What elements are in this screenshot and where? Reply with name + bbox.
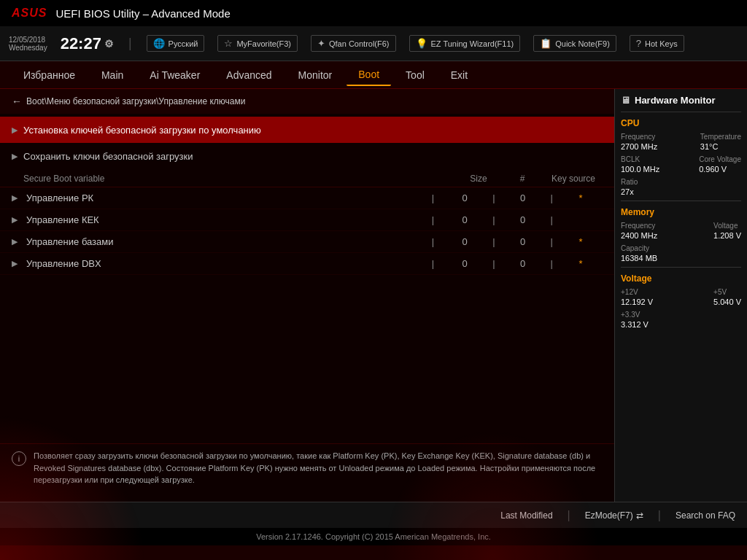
- divider: [621, 112, 741, 112]
- nav-exit[interactable]: Exit: [439, 65, 479, 85]
- app-title: UEFI BIOS Utility – Advanced Mode: [55, 7, 230, 20]
- top-bar: 12/05/2018 Wednesday 22:27 ⚙ | 🌐 Русский…: [0, 26, 747, 61]
- row-val1: 0: [443, 258, 487, 269]
- v33-value: 3.312 V: [621, 320, 649, 329]
- cpu-corevoltage-col: Core Voltage 0.960 V: [699, 155, 741, 174]
- mem-freq-label: Frequency: [621, 222, 657, 230]
- v5-value: 5.040 V: [713, 298, 741, 306]
- v12-label: +12V: [621, 288, 653, 296]
- nav-aitweaker[interactable]: Ai Tweaker: [138, 65, 212, 85]
- mem-cap-value: 16384 MB: [621, 254, 657, 262]
- language-btn[interactable]: 🌐 Русский: [147, 35, 205, 52]
- mem-freq-voltage-row: Frequency 2400 MHz Voltage 1.208 V: [621, 222, 741, 240]
- cpu-temp-value: 31°C: [700, 142, 741, 151]
- fan-icon: ✦: [317, 38, 325, 49]
- panel-title: 🖥 Hardware Monitor: [621, 95, 741, 106]
- nav-tool[interactable]: Tool: [394, 65, 436, 85]
- last-modified-btn[interactable]: Last Modified: [500, 510, 552, 521]
- row-star: *: [559, 236, 603, 247]
- menu-item-label: Установка ключей безопасной загрузки по …: [23, 125, 603, 136]
- ezmode-icon: ⇄: [636, 510, 643, 521]
- divider: [621, 267, 741, 268]
- day: Wednesday: [9, 44, 47, 52]
- info-description: Позволяет сразу загрузить ключи безопасн…: [34, 451, 595, 484]
- col-keysource: Key source: [544, 174, 603, 184]
- cpu-corev-label: Core Voltage: [699, 155, 741, 163]
- volt-33-row: +3.3V 3.312 V: [621, 311, 741, 329]
- row-arrow: ▶: [12, 193, 18, 203]
- mem-cap-label: Capacity: [621, 244, 657, 252]
- row-star: *: [559, 258, 603, 269]
- mem-capacity-col: Capacity 16384 MB: [621, 244, 657, 262]
- row-label: Управление базами: [26, 236, 423, 247]
- table-row-db[interactable]: ▶ Управление базами | 0 | 0 | *: [0, 231, 614, 253]
- right-panel: 🖥 Hardware Monitor CPU Frequency 2700 MH…: [614, 89, 747, 502]
- mem-freq-value: 2400 MHz: [621, 231, 657, 240]
- col-size: Size: [457, 174, 500, 184]
- favorite-icon: ☆: [224, 38, 233, 49]
- version-text: Version 2.17.1246. Copyright (C) 2015 Am…: [256, 532, 491, 541]
- bottom-bar: Last Modified | EzMode(F7) ⇄ | Search on…: [0, 502, 747, 528]
- nav-main[interactable]: Main: [90, 65, 135, 85]
- row-label: Управление РК: [26, 192, 423, 203]
- back-arrow[interactable]: ←: [12, 96, 22, 107]
- cpu-section-title: CPU: [621, 118, 741, 128]
- row-val1: 0: [443, 236, 487, 247]
- content-area: ← Boot\Меню безопасной загрузки\Управлен…: [0, 89, 747, 502]
- eztuning-btn[interactable]: 💡 EZ Tuning Wizard(F11): [409, 35, 521, 52]
- volt-33-col: +3.3V 3.312 V: [621, 311, 649, 329]
- mem-volt-label: Voltage: [713, 222, 741, 230]
- nav-boot[interactable]: Boot: [347, 64, 391, 86]
- table-row-kek[interactable]: ▶ Управление КЕК | 0 | 0 |: [0, 209, 614, 231]
- mem-voltage-col: Voltage 1.208 V: [713, 222, 741, 240]
- cpu-bclk-value: 100.0 MHz: [621, 165, 659, 174]
- nav-monitor[interactable]: Monitor: [287, 65, 344, 85]
- mem-volt-value: 1.208 V: [713, 231, 741, 240]
- voltage-section-title: Voltage: [621, 273, 741, 284]
- ezmode-btn[interactable]: EzMode(F7) ⇄: [585, 510, 643, 521]
- memory-section-title: Memory: [621, 207, 741, 217]
- cpu-freq-label: Frequency: [621, 133, 657, 141]
- cpu-temperature-col: Temperature 31°C: [700, 133, 741, 151]
- hotkeys-btn[interactable]: ? Hot Keys: [630, 35, 684, 52]
- menu-list: ▶ Установка ключей безопасной загрузки п…: [0, 114, 614, 443]
- qfan-btn[interactable]: ✦ Qfan Control(F6): [311, 35, 396, 52]
- menu-item-default-keys[interactable]: ▶ Установка ключей безопасной загрузки п…: [0, 117, 614, 143]
- asus-logo: ASUS: [12, 7, 47, 20]
- date: 12/05/2018: [9, 36, 47, 44]
- globe-icon: 🌐: [153, 38, 165, 49]
- panel-title-text: Hardware Monitor: [635, 95, 716, 106]
- version-bar: Version 2.17.1246. Copyright (C) 2015 Am…: [0, 528, 747, 545]
- cpu-temp-label: Temperature: [700, 133, 741, 141]
- settings-icon[interactable]: ⚙: [104, 38, 114, 50]
- myfavorite-btn[interactable]: ☆ MyFavorite(F3): [217, 35, 298, 52]
- row-arrow: ▶: [12, 259, 18, 268]
- menu-item-label: Сохранить ключи безопасной загрузки: [23, 151, 603, 162]
- title-bar: ASUS UEFI BIOS Utility – Advanced Mode: [0, 0, 747, 26]
- volt-5-col: +5V 5.040 V: [713, 288, 741, 306]
- quicknote-btn[interactable]: 📋 Quick Note(F9): [533, 35, 616, 52]
- v5-label: +5V: [713, 288, 741, 296]
- v12-value: 12.192 V: [621, 298, 653, 306]
- breadcrumb: ← Boot\Меню безопасной загрузки\Управлен…: [0, 89, 614, 114]
- breadcrumb-path: Boot\Меню безопасной загрузки\Управление…: [26, 96, 245, 106]
- table-row-pk[interactable]: ▶ Управление РК | 0 | 0 | *: [0, 187, 614, 209]
- nav-advanced[interactable]: Advanced: [214, 65, 283, 85]
- info-text: Позволяет сразу загрузить ключи безопасн…: [34, 450, 603, 486]
- cpu-ratio-value: 27x: [621, 187, 638, 196]
- ezmode-label: EzMode(F7): [585, 510, 633, 521]
- info-bar: i Позволяет сразу загрузить ключи безопа…: [0, 443, 614, 502]
- row-label: Управление КЕК: [26, 214, 423, 225]
- volt-12-col: +12V 12.192 V: [621, 288, 653, 306]
- cpu-corev-value: 0.960 V: [699, 165, 741, 174]
- cpu-ratio-col: Ratio 27x: [621, 178, 638, 196]
- divider: [621, 201, 741, 201]
- mem-capacity-row: Capacity 16384 MB: [621, 244, 741, 262]
- row-label: Управление DBX: [26, 258, 423, 269]
- mem-freq-col: Frequency 2400 MHz: [621, 222, 657, 240]
- cpu-bclk-col: BCLK 100.0 MHz: [621, 155, 659, 174]
- nav-izbrannoye[interactable]: Избранное: [12, 65, 87, 85]
- menu-item-save-keys[interactable]: ▶ Сохранить ключи безопасной загрузки: [0, 143, 614, 169]
- searchfaq-btn[interactable]: Search on FAQ: [676, 510, 735, 521]
- table-row-dbx[interactable]: ▶ Управление DBX | 0 | 0 | *: [0, 253, 614, 275]
